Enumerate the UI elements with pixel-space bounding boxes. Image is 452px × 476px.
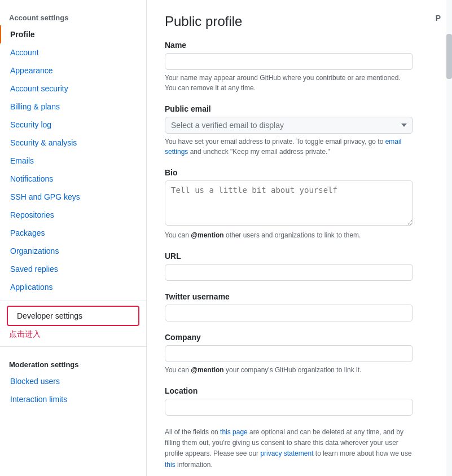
email-hint: You have set your email address to priva… <box>165 136 413 157</box>
url-label: URL <box>165 252 434 261</box>
company-hint-suffix: your company's GitHub organization to li… <box>224 366 362 374</box>
bio-hint: You can @mention other users and organiz… <box>165 230 413 240</box>
company-input[interactable] <box>165 345 413 362</box>
sidebar-item-repositories[interactable]: Repositories <box>0 206 146 224</box>
sidebar-item-organizations[interactable]: Organizations <box>0 242 146 260</box>
privacy-note-1: All of the fields on <box>165 428 220 436</box>
sidebar-item-developer-settings[interactable]: Developer settings <box>7 306 139 326</box>
name-group: Name Your name may appear around GitHub … <box>165 41 434 93</box>
sidebar-item-packages[interactable]: Packages <box>0 224 146 242</box>
sidebar-item-saved-replies[interactable]: Saved replies <box>0 260 146 278</box>
location-label: Location <box>165 386 434 395</box>
sidebar-item-appearance[interactable]: Appearance <box>0 61 146 80</box>
name-hint: Your name may appear around GitHub where… <box>165 73 413 93</box>
sidebar-item-security-log[interactable]: Security log <box>0 116 146 134</box>
main-content: P Public profile Name Your name may appe… <box>147 0 452 476</box>
name-label: Name <box>165 41 434 50</box>
name-input[interactable] <box>165 53 413 70</box>
twitter-group: Twitter username <box>165 292 434 321</box>
page-title: Public profile <box>165 14 434 29</box>
twitter-label: Twitter username <box>165 292 434 301</box>
email-hint-plain: You have set your email address to priva… <box>165 138 385 146</box>
sidebar-divider-2 <box>0 346 146 347</box>
company-label: Company <box>165 333 434 342</box>
bio-label: Bio <box>165 168 434 177</box>
url-group: URL <box>165 252 434 281</box>
sidebar-item-interaction-limits[interactable]: Interaction limits <box>0 390 146 408</box>
sidebar-heading: Account settings <box>0 9 146 25</box>
p-label: P <box>436 14 441 23</box>
sidebar-item-account[interactable]: Account <box>0 43 146 61</box>
sidebar-item-profile[interactable]: Profile <box>0 25 146 43</box>
bio-hint-suffix: other users and organizations to link to… <box>224 231 361 239</box>
privacy-note-4: information. <box>175 461 213 469</box>
moderation-heading: Moderation settings <box>0 351 146 372</box>
bio-group: Bio You can @mention other users and org… <box>165 168 434 240</box>
location-input[interactable] <box>165 399 413 416</box>
company-hint-mention: @mention <box>191 366 223 374</box>
email-hint-end: and uncheck "Keep my email address priva… <box>188 148 330 156</box>
sidebar-item-emails[interactable]: Emails <box>0 152 146 170</box>
url-input[interactable] <box>165 264 413 281</box>
sidebar-item-applications[interactable]: Applications <box>0 278 146 296</box>
scrollbar-track[interactable] <box>446 0 452 476</box>
company-hint-prefix: You can <box>165 366 191 374</box>
privacy-statement-link[interactable]: privacy statement <box>260 449 313 457</box>
this-link[interactable]: this <box>165 461 175 469</box>
sidebar-item-security-analysis[interactable]: Security & analysis <box>0 134 146 152</box>
sidebar-item-billing[interactable]: Billing & plans <box>0 98 146 116</box>
sidebar-item-ssh-gpg[interactable]: SSH and GPG keys <box>0 188 146 206</box>
twitter-input[interactable] <box>165 305 413 321</box>
developer-settings-annotation: 点击进入 <box>0 328 146 342</box>
bio-textarea[interactable] <box>165 180 413 226</box>
public-email-label: Public email <box>165 104 434 113</box>
location-group: Location <box>165 386 434 416</box>
public-email-select[interactable]: Select a verified email to display <box>165 117 413 134</box>
sidebar-item-account-security[interactable]: Account security <box>0 80 146 98</box>
public-email-group: Public email Select a verified email to … <box>165 104 434 157</box>
sidebar: Account settings Profile Account Appeara… <box>0 0 147 476</box>
company-group: Company You can @mention your company's … <box>165 333 434 375</box>
bio-hint-mention: @mention <box>191 231 223 239</box>
sidebar-item-notifications[interactable]: Notifications <box>0 170 146 188</box>
scrollbar-thumb[interactable] <box>446 34 452 79</box>
sidebar-divider-1 <box>0 301 146 301</box>
privacy-note-3: to learn more about how we use <box>313 449 411 457</box>
sidebar-item-blocked-users[interactable]: Blocked users <box>0 372 146 390</box>
privacy-note: All of the fields on this page are optio… <box>165 427 413 470</box>
this-page-link[interactable]: this page <box>220 428 248 436</box>
company-hint: You can @mention your company's GitHub o… <box>165 365 413 375</box>
bio-hint-prefix: You can <box>165 231 191 239</box>
